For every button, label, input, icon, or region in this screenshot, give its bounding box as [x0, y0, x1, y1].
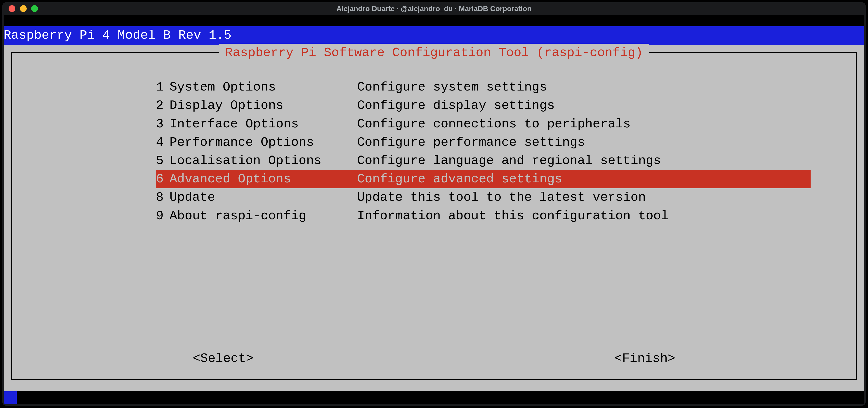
- menu-item-number: 4: [156, 133, 169, 152]
- menu-item-3[interactable]: 3Interface OptionsConfigure connections …: [156, 115, 811, 133]
- menu-item-number: 5: [156, 152, 169, 170]
- menu-item-name: Performance Options: [169, 133, 357, 152]
- menu-item-name: Advanced Options: [169, 170, 357, 188]
- menu-item-5[interactable]: 5Localisation OptionsConfigure language …: [156, 152, 811, 170]
- close-icon[interactable]: [8, 5, 16, 12]
- menu-item-8[interactable]: 8UpdateUpdate this tool to the latest ve…: [156, 188, 811, 207]
- menu-item-name: Display Options: [169, 96, 357, 115]
- menu-item-description: Configure language and regional settings: [357, 152, 811, 170]
- window-title: Alejandro Duarte · @alejandro_du · Maria…: [336, 4, 531, 13]
- terminal-content: Raspberry Pi 4 Model B Rev 1.5 Raspberry…: [4, 15, 864, 404]
- menu-item-2[interactable]: 2Display OptionsConfigure display settin…: [156, 96, 811, 115]
- button-row: <Select> <Finish>: [12, 349, 856, 368]
- menu-item-4[interactable]: 4Performance OptionsConfigure performanc…: [156, 133, 811, 152]
- menu-item-name: System Options: [169, 78, 357, 96]
- config-box: Raspberry Pi Software Configuration Tool…: [11, 52, 857, 380]
- config-box-title: Raspberry Pi Software Configuration Tool…: [219, 44, 649, 62]
- menu-item-name: Interface Options: [169, 115, 357, 133]
- prompt-area: [4, 391, 864, 404]
- maximize-icon[interactable]: [31, 5, 38, 12]
- menu-item-6[interactable]: 6Advanced OptionsConfigure advanced sett…: [156, 170, 811, 188]
- menu-item-description: Update this tool to the latest version: [357, 188, 811, 207]
- cursor-icon: [4, 391, 17, 404]
- menu-item-description: Configure connections to peripherals: [357, 115, 811, 133]
- menu-item-number: 1: [156, 78, 169, 96]
- menu-item-name: Localisation Options: [169, 152, 357, 170]
- menu-item-name: About raspi-config: [169, 207, 357, 225]
- menu-item-number: 2: [156, 96, 169, 115]
- tui-background: Raspberry Pi Software Configuration Tool…: [4, 45, 864, 391]
- menu-item-description: Configure performance settings: [357, 133, 811, 152]
- menu-item-1[interactable]: 1System OptionsConfigure system settings: [156, 78, 811, 96]
- menu-list[interactable]: 1System OptionsConfigure system settings…: [156, 78, 811, 225]
- finish-button[interactable]: <Finish>: [434, 349, 856, 368]
- titlebar[interactable]: Alejandro Duarte · @alejandro_du · Maria…: [2, 2, 866, 15]
- menu-item-number: 8: [156, 188, 169, 207]
- menu-item-description: Configure system settings: [357, 78, 811, 96]
- menu-item-9[interactable]: 9About raspi-configInformation about thi…: [156, 207, 811, 225]
- device-header: Raspberry Pi 4 Model B Rev 1.5: [4, 26, 864, 45]
- menu-item-number: 3: [156, 115, 169, 133]
- menu-item-name: Update: [169, 188, 357, 207]
- menu-item-description: Configure advanced settings: [357, 170, 811, 188]
- menu-item-description: Configure display settings: [357, 96, 811, 115]
- select-button[interactable]: <Select>: [12, 349, 434, 368]
- terminal-window: Alejandro Duarte · @alejandro_du · Maria…: [2, 2, 866, 406]
- minimize-icon[interactable]: [20, 5, 27, 12]
- menu-item-number: 9: [156, 207, 169, 225]
- traffic-lights: [8, 5, 38, 12]
- menu-item-description: Information about this configuration too…: [357, 207, 811, 225]
- menu-item-number: 6: [156, 170, 169, 188]
